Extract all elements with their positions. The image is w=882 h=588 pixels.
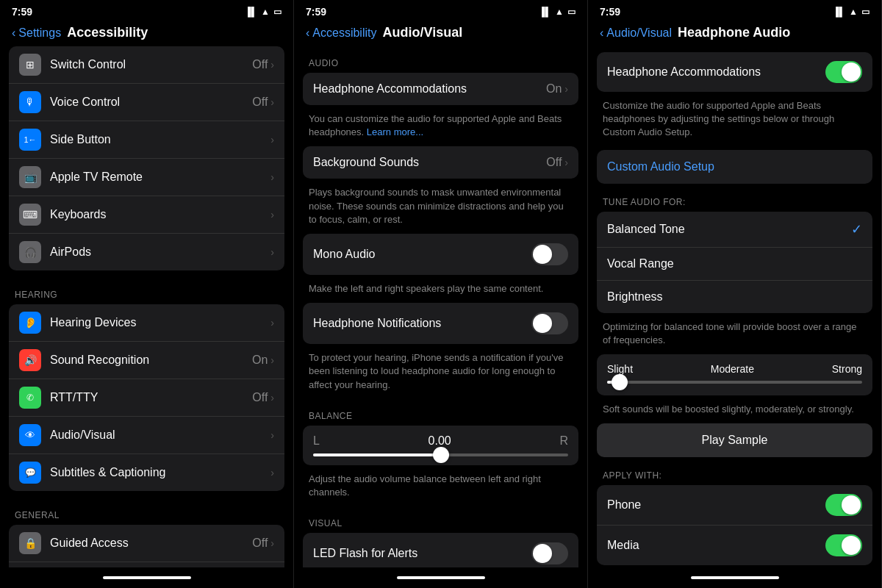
- strength-slider[interactable]: [607, 381, 862, 384]
- sound-recognition-value: On: [252, 354, 268, 367]
- balance-slider[interactable]: [313, 453, 568, 456]
- bg-sounds-label: Background Sounds: [313, 156, 546, 169]
- status-bar-3: 7:59 ▐▌ ▲ ▭: [588, 0, 881, 21]
- wifi-icon-3: ▲: [849, 7, 858, 17]
- list-item-audio-visual[interactable]: 👁 Audio/Visual ›: [9, 417, 284, 454]
- home-bar-1: [103, 576, 191, 579]
- headphone-acc-toggle-row[interactable]: Headphone Accommodations: [597, 52, 872, 92]
- audio-label: AUDIO: [294, 46, 587, 73]
- back-chevron-icon-3: ‹: [600, 26, 603, 40]
- mono-audio-item[interactable]: Mono Audio: [303, 234, 578, 275]
- phone-toggle[interactable]: [825, 494, 862, 516]
- chevron-icon: ›: [270, 392, 274, 404]
- headphone-notif-item[interactable]: Headphone Notifications: [303, 303, 578, 344]
- chevron-icon: ›: [270, 537, 274, 549]
- nav-bar-2: ‹ Accessibility Audio/Visual: [294, 21, 587, 46]
- play-sample-button[interactable]: Play Sample: [597, 423, 872, 457]
- hearing-section-label: HEARING: [0, 276, 293, 304]
- audio-visual-label: Audio/Visual: [50, 429, 270, 442]
- strength-strong: Strong: [832, 363, 862, 375]
- toggle-thumb: [842, 62, 861, 82]
- tune-brightness-label: Brightness: [607, 290, 862, 304]
- mono-audio-toggle[interactable]: [531, 243, 568, 265]
- led-flash-label: LED Flash for Alerts: [313, 547, 531, 560]
- led-flash-item[interactable]: LED Flash for Alerts: [303, 533, 578, 567]
- background-sounds-item[interactable]: Background Sounds Off ›: [303, 146, 578, 179]
- apply-option-media[interactable]: Media: [597, 526, 872, 565]
- list-item-airpods[interactable]: 🎧 AirPods ›: [9, 234, 284, 270]
- apply-option-phone[interactable]: Phone: [597, 485, 872, 526]
- chevron-icon: ›: [270, 467, 274, 478]
- voice-control-label: Voice Control: [50, 96, 252, 109]
- list-item-appletv[interactable]: 📺 Apple TV Remote ›: [9, 159, 284, 196]
- toggle-thumb: [533, 245, 552, 264]
- headphone-acc-desc: You can customize the audio for supporte…: [294, 108, 587, 146]
- page-title-1: Accessibility: [67, 25, 148, 40]
- appletv-label: Apple TV Remote: [50, 171, 270, 184]
- toggle-thumb: [842, 536, 861, 555]
- page-title-2: Audio/Visual: [382, 25, 462, 40]
- list-item-sound-recognition[interactable]: 🔊 Sound Recognition On ›: [9, 342, 284, 379]
- home-indicator-2: [294, 567, 587, 588]
- accessibility-list: ⊞ Switch Control Off › 🎙 Voice Control O…: [0, 46, 293, 567]
- guided-access-value: Off: [252, 537, 268, 550]
- tune-option-brightness[interactable]: Brightness: [597, 281, 872, 313]
- tune-options-group: Balanced Tone ✓ Vocal Range Brightness: [597, 212, 872, 313]
- list-item-siri[interactable]: ◎ Siri ›: [9, 562, 284, 567]
- mono-audio-label: Mono Audio: [313, 248, 531, 261]
- panel-audio-visual: 7:59 ▐▌ ▲ ▭ ‹ Accessibility Audio/Visual…: [294, 0, 588, 588]
- visual-label: VISUAL: [294, 506, 587, 533]
- list-item-guided-access[interactable]: 🔒 Guided Access Off ›: [9, 525, 284, 562]
- headphone-accommodations-item[interactable]: Headphone Accommodations On ›: [303, 73, 578, 105]
- apply-options-group: Phone Media: [597, 485, 872, 565]
- keyboards-icon: ⌨: [19, 204, 41, 226]
- battery-icon-2: ▭: [567, 7, 576, 17]
- balance-slider-fill: [313, 453, 441, 456]
- tune-balanced-check: ✓: [851, 221, 862, 237]
- tune-option-balanced[interactable]: Balanced Tone ✓: [597, 212, 872, 248]
- hearing-devices-label: Hearing Devices: [50, 316, 270, 329]
- status-icons-2: ▐▌ ▲ ▭: [539, 7, 576, 17]
- media-toggle[interactable]: [825, 534, 862, 556]
- strength-slight: Slight: [607, 363, 633, 375]
- subtitles-label: Subtitles & Captioning: [50, 466, 270, 479]
- list-item-subtitles[interactable]: 💬 Subtitles & Captioning ›: [9, 454, 284, 491]
- nav-bar-3: ‹ Audio/Visual Headphone Audio: [588, 21, 881, 46]
- guided-access-label: Guided Access: [50, 537, 252, 550]
- custom-audio-label: Custom Audio Setup: [607, 160, 714, 173]
- rtt-value: Off: [252, 391, 268, 404]
- audio-visual-icon: 👁: [19, 424, 41, 446]
- nav-back-3[interactable]: ‹ Audio/Visual: [600, 26, 672, 40]
- chevron-icon: ›: [270, 246, 274, 258]
- list-item-rtt[interactable]: ✆ RTT/TTY Off ›: [9, 379, 284, 417]
- list-item-side-button[interactable]: 1← Side Button ›: [9, 121, 284, 159]
- guided-access-icon: 🔒: [19, 532, 41, 554]
- strength-labels: Slight Moderate Strong: [607, 363, 862, 375]
- tune-option-vocal[interactable]: Vocal Range: [597, 248, 872, 281]
- list-item-hearing-devices[interactable]: 👂 Hearing Devices ›: [9, 304, 284, 342]
- rtt-label: RTT/TTY: [50, 391, 252, 404]
- panel-headphone-audio: 7:59 ▐▌ ▲ ▭ ‹ Audio/Visual Headphone Aud…: [588, 0, 882, 588]
- chevron-icon: ›: [270, 317, 274, 329]
- signal-icon: ▐▌: [245, 7, 257, 17]
- headphone-acc-toggle[interactable]: [825, 61, 862, 83]
- back-chevron-icon: ‹: [12, 26, 15, 40]
- time-2: 7:59: [306, 6, 326, 18]
- mono-audio-desc: Make the left and right speakers play th…: [294, 278, 587, 303]
- led-flash-toggle[interactable]: [531, 542, 568, 564]
- tune-desc: Optimizing for balanced tone will provid…: [588, 316, 881, 354]
- headphone-notif-toggle[interactable]: [531, 312, 568, 334]
- strength-desc: Soft sounds will be boosted slightly, mo…: [588, 398, 881, 423]
- nav-back-2[interactable]: ‹ Accessibility: [306, 26, 376, 40]
- switch-control-label: Switch Control: [50, 58, 252, 71]
- headphone-notif-desc: To protect your hearing, iPhone sends a …: [294, 347, 587, 399]
- learn-more-link[interactable]: Learn more...: [367, 126, 423, 137]
- nav-back-1[interactable]: ‹ Settings: [12, 26, 61, 40]
- home-indicator-1: [0, 567, 293, 588]
- list-item-voice-control[interactable]: 🎙 Voice Control Off ›: [9, 84, 284, 121]
- list-item-switch-control[interactable]: ⊞ Switch Control Off ›: [9, 46, 284, 84]
- list-item-keyboards[interactable]: ⌨ Keyboards ›: [9, 196, 284, 234]
- headphone-acc-toggle-desc: Customize the audio for supported Apple …: [588, 95, 881, 147]
- custom-audio-setup-button[interactable]: Custom Audio Setup: [597, 150, 872, 184]
- balance-row: L 0.00 R: [313, 434, 568, 448]
